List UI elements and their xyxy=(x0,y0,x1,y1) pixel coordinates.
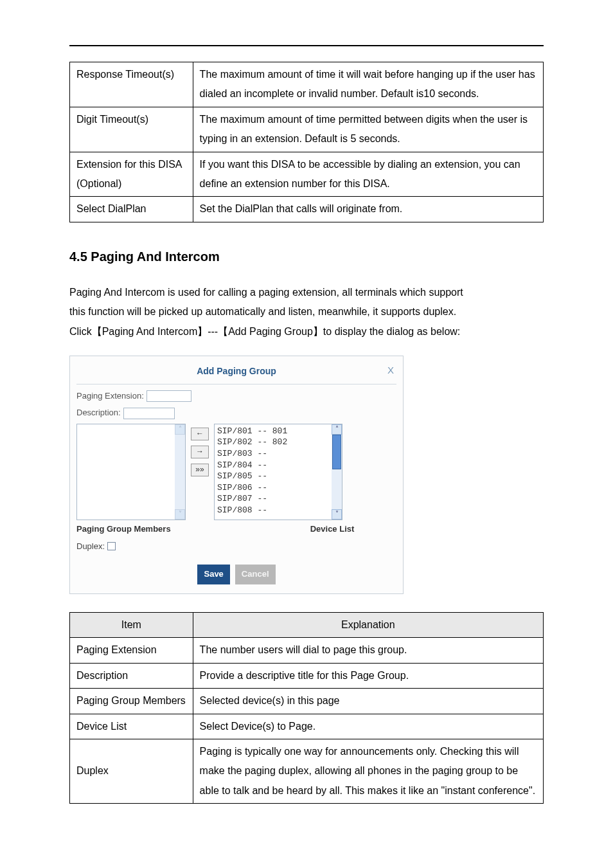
disa-params-table: Response Timeout(s) The maximum amount o… xyxy=(69,62,544,222)
table-row: Select DialPlan Set the DialPlan that ca… xyxy=(70,197,544,222)
description-input[interactable] xyxy=(123,408,175,419)
dialog-divider xyxy=(76,384,396,384)
device-list-item[interactable]: SIP/807 -- xyxy=(217,493,339,505)
device-list-label: Device List xyxy=(268,521,396,538)
cancel-button[interactable]: Cancel xyxy=(235,565,276,584)
paging-exp: Paging is typically one way for announce… xyxy=(193,739,543,803)
paging-exp: Select Device(s) to Page. xyxy=(193,714,543,739)
disa-exp: Set the DialPlan that calls will origina… xyxy=(193,197,543,222)
paging-extension-label: Paging Extension: xyxy=(76,388,144,404)
paging-exp: Provide a descriptive title for this Pag… xyxy=(193,663,543,688)
move-right-button[interactable]: → xyxy=(191,446,209,458)
disa-exp: The maximum amount of time it will wait … xyxy=(193,62,543,107)
disa-item: Select DialPlan xyxy=(70,197,193,222)
table-header-explanation: Explanation xyxy=(193,612,543,637)
scroll-up-icon[interactable]: ˄ xyxy=(332,424,342,435)
close-icon[interactable]: X xyxy=(387,361,394,380)
table-row: Paging Extension The number users will d… xyxy=(70,638,544,663)
device-list-listbox[interactable]: SIP/801 -- 801SIP/802 -- 802SIP/803 --SI… xyxy=(214,424,342,520)
device-list-item[interactable]: SIP/801 -- 801 xyxy=(217,426,339,437)
scroll-down-icon[interactable]: ˅ xyxy=(332,509,342,520)
move-left-button[interactable]: ← xyxy=(191,428,209,440)
paging-extension-input[interactable] xyxy=(147,390,191,402)
device-list-item[interactable]: SIP/802 -- 802 xyxy=(217,437,339,448)
duplex-checkbox[interactable] xyxy=(107,542,116,550)
duplex-label: Duplex: xyxy=(76,539,105,555)
scroll-thumb[interactable] xyxy=(332,435,341,469)
paging-params-table: Item Explanation Paging Extension The nu… xyxy=(69,612,544,804)
disa-exp: If you want this DISA to be accessible b… xyxy=(193,152,543,197)
device-list-item[interactable]: SIP/805 -- xyxy=(217,471,339,482)
disa-item: Digit Timeout(s) xyxy=(70,107,193,152)
paging-item: Duplex xyxy=(70,739,193,803)
paging-item: Paging Extension xyxy=(70,638,193,663)
disa-item: Response Timeout(s) xyxy=(70,62,193,107)
dialog-title: Add Paging Group xyxy=(197,363,276,380)
section-para-line: Click【Paging And Intercom】---【Add Paging… xyxy=(69,322,544,341)
scroll-down-icon[interactable]: ˅ xyxy=(175,509,185,520)
paging-item: Description xyxy=(70,663,193,688)
description-label: Description: xyxy=(76,405,121,421)
section-para-line: Paging And Intercom is used for calling … xyxy=(69,283,544,302)
move-all-button[interactable]: »» xyxy=(191,464,209,476)
paging-item: Device List xyxy=(70,714,193,739)
save-button[interactable]: Save xyxy=(197,565,229,584)
paging-exp: The number users will dial to page this … xyxy=(193,638,543,663)
table-row: Device List Select Device(s) to Page. xyxy=(70,714,544,739)
scrollbar[interactable]: ˄ ˅ xyxy=(175,424,185,520)
table-header-item: Item xyxy=(70,612,193,637)
table-row: Digit Timeout(s) The maximum amount of t… xyxy=(70,107,544,152)
table-row: Extension for this DISA (Optional) If yo… xyxy=(70,152,544,197)
device-list-item[interactable]: SIP/808 -- xyxy=(217,505,339,516)
section-para-line: this function will be picked up automati… xyxy=(69,302,544,321)
table-row: Paging Group Members Selected device(s) … xyxy=(70,689,544,714)
section-heading: 4.5 Paging And Intercom xyxy=(69,244,544,269)
device-list-item[interactable]: SIP/806 -- xyxy=(217,482,339,494)
add-paging-group-dialog: Add Paging Group X Paging Extension: Des… xyxy=(69,356,404,594)
scroll-up-icon[interactable]: ˄ xyxy=(175,424,185,435)
members-list-label: Paging Group Members xyxy=(76,521,205,538)
table-row: Response Timeout(s) The maximum amount o… xyxy=(70,62,544,107)
device-list-item[interactable]: SIP/804 -- xyxy=(217,460,339,471)
disa-item: Extension for this DISA (Optional) xyxy=(70,152,193,197)
device-list-item[interactable]: SIP/803 -- xyxy=(217,448,339,460)
table-row: Duplex Paging is typically one way for a… xyxy=(70,739,544,803)
scrollbar[interactable]: ˄ ˅ xyxy=(332,424,342,520)
disa-exp: The maximum amount of time permitted bet… xyxy=(193,107,543,152)
paging-exp: Selected device(s) in this page xyxy=(193,689,543,714)
paging-group-members-listbox[interactable]: ˄ ˅ xyxy=(76,424,186,520)
table-row: Description Provide a descriptive title … xyxy=(70,663,544,688)
paging-item: Paging Group Members xyxy=(70,689,193,714)
page-divider xyxy=(69,45,544,46)
